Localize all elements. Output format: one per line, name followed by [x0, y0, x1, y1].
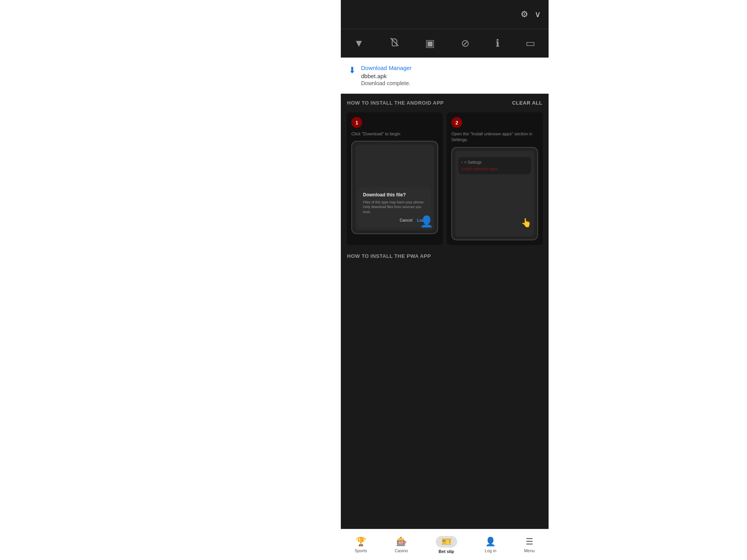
- step-2-description: Open the "Install unknown apps" section …: [451, 131, 538, 143]
- download-info: Download Manager dbbet.apk Download comp…: [361, 65, 541, 86]
- step-1-phone-mockup: Download this file? Files of this type m…: [351, 141, 438, 234]
- nav-item-menu[interactable]: ☰ Menu: [521, 535, 538, 555]
- nav-item-betslip[interactable]: 🎫 Bet slip: [433, 534, 460, 555]
- pwa-section-title: HOW TO INSTALL THE PWA APP: [347, 253, 542, 259]
- nav-item-sports[interactable]: 🏆 Sports: [352, 535, 370, 555]
- no-sim-icon: [390, 37, 399, 49]
- main-content: HOW TO INSTALL THE ANDROID APP CLEAR ALL…: [341, 94, 549, 560]
- step-2-card: 2 Open the "Install unknown apps" sectio…: [447, 112, 543, 245]
- person-icon: 👤: [420, 215, 433, 228]
- download-notification: ⬇ Download Manager dbbet.apk Download co…: [341, 58, 549, 94]
- download-arrow-icon: ⬇: [349, 65, 356, 75]
- step-2-phone-mockup: ‹ < Settings Install unknown apps 👆: [451, 147, 538, 240]
- step-1-number: 1: [351, 117, 362, 128]
- install-unknown-apps-link[interactable]: Install unknown apps: [461, 167, 528, 171]
- sports-icon: 🏆: [356, 537, 366, 547]
- back-chevron-icon: ‹: [461, 160, 463, 164]
- casino-label: Casino: [395, 548, 408, 553]
- pwa-install-section: HOW TO INSTALL THE PWA APP: [341, 247, 549, 259]
- dialog-text: Files of this type may harm your phone. …: [363, 200, 426, 215]
- clear-all-button[interactable]: CLEAR ALL: [512, 100, 542, 106]
- nav-bar: ▼ ▣ ⊘ ℹ ▭: [341, 29, 549, 58]
- settings-icon[interactable]: ⚙: [521, 9, 528, 19]
- step-1-description: Click "Download" to begin: [351, 131, 438, 137]
- chevron-down-icon[interactable]: ∨: [535, 9, 541, 19]
- settings-back: ‹ < Settings: [461, 160, 528, 164]
- nav-item-casino[interactable]: 🎰 Casino: [391, 535, 411, 555]
- step-2-settings: ‹ < Settings Install unknown apps: [458, 157, 531, 174]
- download-filename: dbbet.apk: [361, 73, 541, 79]
- dialog-buttons: Cancel Load: [363, 218, 426, 222]
- bottom-nav: 🏆 Sports 🎰 Casino 🎫 Bet slip 👤 Log in ☰ …: [341, 529, 549, 560]
- menu-icon: ☰: [526, 537, 533, 547]
- betslip-icon: 🎫: [441, 537, 452, 546]
- login-label: Log in: [485, 548, 496, 553]
- sports-label: Sports: [355, 548, 367, 553]
- betslip-label: Bet slip: [438, 549, 454, 554]
- step-1-mockup-inner: Download this file? Files of this type m…: [355, 145, 434, 230]
- blocked-icon: ⊘: [461, 37, 470, 49]
- info-icon: ℹ: [496, 37, 500, 49]
- wifi-icon: ▼: [354, 37, 364, 49]
- status-bar: ⚙ ∨: [341, 0, 549, 29]
- download-app-name: Download Manager: [361, 65, 541, 71]
- tablet-icon: ▭: [526, 37, 535, 49]
- menu-label: Menu: [524, 548, 535, 553]
- square-icon: ▣: [425, 37, 435, 49]
- section-header: HOW TO INSTALL THE ANDROID APP CLEAR ALL: [341, 94, 549, 110]
- steps-grid: 1 Click "Download" to begin Download thi…: [341, 110, 549, 247]
- step-1-card: 1 Click "Download" to begin Download thi…: [347, 112, 443, 245]
- cancel-button[interactable]: Cancel: [400, 218, 412, 222]
- phone-container: ⚙ ∨ ▼ ▣ ⊘ ℹ ▭ ⬇ Download Manager dbbet.a…: [341, 0, 549, 560]
- dialog-title: Download this file?: [363, 192, 426, 198]
- casino-icon: 🎰: [396, 537, 407, 547]
- nav-item-login[interactable]: 👤 Log in: [482, 535, 500, 555]
- step-2-number: 2: [451, 117, 462, 128]
- android-section-title: HOW TO INSTALL THE ANDROID APP: [347, 100, 444, 106]
- hand-pointer-icon: 👆: [521, 218, 531, 228]
- download-icon-wrapper: ⬇: [349, 65, 356, 75]
- download-status: Download complete.: [361, 80, 541, 86]
- android-install-section: HOW TO INSTALL THE ANDROID APP CLEAR ALL…: [341, 94, 549, 247]
- login-icon: 👤: [485, 537, 496, 547]
